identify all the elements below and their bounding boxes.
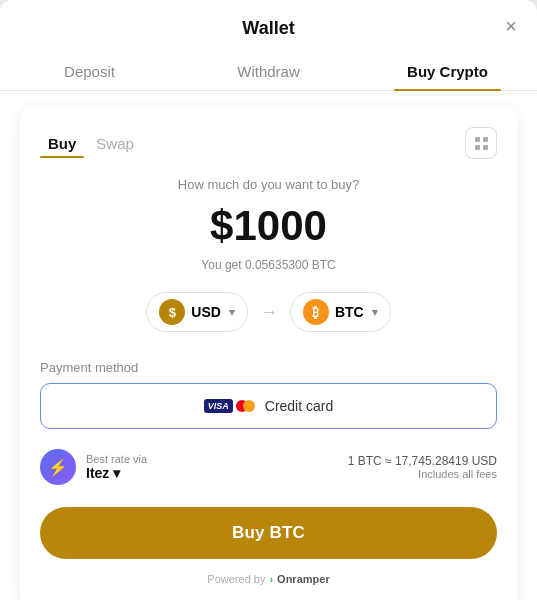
provider-left: ⚡ Best rate via Itez ▾ — [40, 449, 147, 485]
grid-dot — [483, 137, 488, 142]
provider-right: 1 BTC ≈ 17,745.28419 USD Includes all fe… — [348, 454, 497, 480]
card-tabs-group: Buy Swap — [40, 131, 142, 156]
grid-dots-icon — [475, 137, 488, 150]
onramper-arrow-icon: › — [269, 573, 273, 585]
btc-icon: ₿ — [303, 299, 329, 325]
usd-icon: $ — [159, 299, 185, 325]
mc-right-circle — [243, 400, 255, 412]
powered-by-label: Powered by — [207, 573, 265, 585]
provider-name-button[interactable]: Itez ▾ — [86, 465, 147, 481]
grid-menu-button[interactable] — [465, 127, 497, 159]
nav-tabs: Deposit Withdraw Buy Crypto — [0, 39, 537, 91]
onramper-label: Onramper — [277, 573, 330, 585]
rate-text: 1 BTC ≈ 17,745.28419 USD — [348, 454, 497, 468]
powered-by: Powered by › Onramper — [40, 573, 497, 585]
mastercard-icon — [236, 400, 255, 412]
from-currency-chevron-icon: ▾ — [229, 306, 235, 319]
arrow-right-icon: → — [260, 302, 278, 323]
visa-icon: VISA — [204, 399, 233, 413]
to-currency-label: BTC — [335, 304, 364, 320]
card-tab-bar: Buy Swap — [40, 127, 497, 159]
payment-method-label: Payment method — [40, 360, 497, 375]
best-rate-label: Best rate via — [86, 453, 147, 465]
payment-method-text: Credit card — [265, 398, 333, 414]
close-button[interactable]: × — [505, 16, 517, 36]
to-currency-chevron-icon: ▾ — [372, 306, 378, 319]
buy-card: Buy Swap How much do you want to buy? $1… — [20, 107, 517, 600]
card-tab-buy[interactable]: Buy — [40, 131, 84, 156]
tab-buy-crypto[interactable]: Buy Crypto — [358, 53, 537, 90]
amount-display[interactable]: $1000 — [40, 202, 497, 250]
question-text: How much do you want to buy? — [40, 177, 497, 192]
modal-title: Wallet — [242, 18, 294, 39]
card-icons: VISA — [204, 399, 255, 413]
modal-header: Wallet × — [0, 0, 537, 39]
provider-row: ⚡ Best rate via Itez ▾ 1 BTC ≈ 17,745.28… — [40, 449, 497, 485]
card-tab-swap[interactable]: Swap — [88, 131, 142, 156]
currency-row: $ USD ▾ → ₿ BTC ▾ — [40, 292, 497, 332]
tab-withdraw[interactable]: Withdraw — [179, 53, 358, 90]
provider-chevron-icon: ▾ — [113, 465, 120, 481]
grid-dot — [475, 145, 480, 150]
from-currency-label: USD — [191, 304, 221, 320]
to-currency-button[interactable]: ₿ BTC ▾ — [290, 292, 391, 332]
provider-info: Best rate via Itez ▾ — [86, 453, 147, 481]
tab-deposit[interactable]: Deposit — [0, 53, 179, 90]
you-get-text: You get 0.05635300 BTC — [40, 258, 497, 272]
grid-dot — [483, 145, 488, 150]
from-currency-button[interactable]: $ USD ▾ — [146, 292, 248, 332]
provider-name-text: Itez — [86, 465, 109, 481]
provider-icon: ⚡ — [40, 449, 76, 485]
grid-dot — [475, 137, 480, 142]
wallet-modal: Wallet × Deposit Withdraw Buy Crypto Buy… — [0, 0, 537, 600]
buy-button[interactable]: Buy BTC — [40, 507, 497, 559]
fees-text: Includes all fees — [348, 468, 497, 480]
payment-method-selector[interactable]: VISA Credit card — [40, 383, 497, 429]
